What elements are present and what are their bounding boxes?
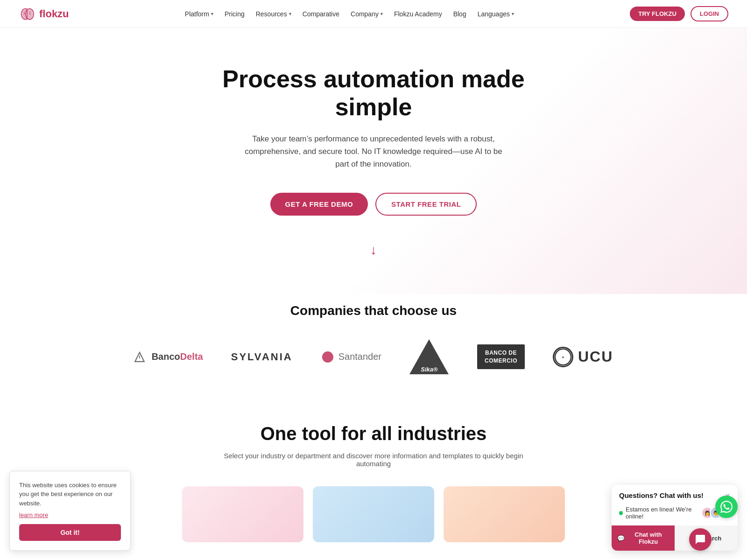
industry-card-3[interactable]	[444, 486, 565, 542]
chat-bubble-icon: 💬	[617, 535, 625, 542]
companies-title: Companies that choose us	[19, 303, 728, 318]
chat-float-icon	[695, 534, 706, 545]
chat-with-flokzu-button[interactable]: 💬 Chat with Flokzu	[612, 525, 675, 551]
nav-company[interactable]: Company ▾	[351, 10, 383, 18]
chat-widget: Questions? Chat with us! × Estamos en lí…	[612, 485, 738, 551]
santander-icon	[321, 350, 335, 364]
nav-actions: TRY FLOKZU LOGIN	[630, 6, 728, 21]
hero-buttons: GET A FREE DEMO START FREE TRIAL	[19, 193, 728, 216]
industry-card-2[interactable]	[313, 486, 434, 542]
banco-delta-icon	[134, 351, 145, 363]
online-text: Estamos en línea! We’re online!	[626, 506, 702, 520]
hero-section: Process automation made simple Take your…	[0, 28, 747, 294]
hero-title: Process automation made simple	[210, 65, 537, 121]
nav-blog[interactable]: Blog	[453, 10, 466, 18]
logo-banco-delta: BancoDelta	[134, 351, 203, 363]
nav-academy[interactable]: Flokzu Academy	[394, 10, 442, 18]
sika-label: Sika®	[421, 366, 437, 373]
start-free-trial-button[interactable]: START FREE TRIAL	[375, 193, 477, 216]
cookie-learn-more[interactable]: learn more	[19, 511, 121, 518]
logo-ucu: + UCU	[553, 347, 613, 367]
logo-santander: Santander	[321, 350, 381, 364]
ucu-label: UCU	[578, 348, 613, 365]
logos-row: BancoDelta SYLVANIA Santander Sika® BANC…	[19, 337, 728, 377]
nav-links: Platform ▾ Pricing Resources ▾ Comparati…	[185, 10, 514, 18]
chevron-down-icon: ▾	[211, 11, 213, 16]
cookie-text: This website uses cookies to ensure you …	[19, 481, 121, 508]
nav-platform[interactable]: Platform ▾	[185, 10, 213, 18]
cookie-accept-button[interactable]: Got it!	[19, 524, 121, 541]
online-indicator	[619, 511, 623, 515]
logo-sylvania: SYLVANIA	[231, 351, 293, 363]
santander-label: Santander	[338, 351, 381, 362]
chat-title: Questions? Chat with us!	[619, 491, 704, 499]
companies-section: Companies that choose us BancoDelta SYLV…	[0, 294, 747, 405]
chat-actions: 💬 Chat with Flokzu 🔍 Search	[612, 525, 738, 551]
chevron-down-icon: ▾	[512, 11, 514, 16]
logo-banco-comercio: BANCO DECOMERCIO	[477, 344, 525, 370]
ucu-icon: +	[554, 348, 572, 366]
try-flokzu-button[interactable]: TRY FLOKZU	[630, 7, 685, 21]
cookie-banner: This website uses cookies to ensure you …	[9, 471, 131, 551]
logo-icon	[19, 6, 35, 22]
logo-link[interactable]: flokzu	[19, 6, 69, 22]
whatsapp-icon	[720, 501, 733, 513]
chevron-down-icon: ▾	[289, 11, 291, 16]
get-free-demo-button[interactable]: GET A FREE DEMO	[270, 193, 368, 216]
chevron-down-icon: ▾	[381, 11, 383, 16]
navbar: flokzu Platform ▾ Pricing Resources ▾ Co…	[0, 0, 747, 28]
nav-comparative[interactable]: Comparative	[303, 10, 339, 18]
one-tool-title: One tool for all industries	[19, 423, 728, 444]
scroll-down-icon: ↓	[19, 244, 728, 257]
whatsapp-float-button[interactable]	[715, 496, 738, 518]
chat-float-button[interactable]	[689, 528, 712, 551]
industry-card-1[interactable]	[182, 486, 303, 542]
one-tool-subtitle: Select your industry or department and d…	[210, 452, 537, 468]
nav-resources[interactable]: Resources ▾	[256, 10, 291, 18]
banco-delta-label: BancoDelta	[152, 351, 203, 362]
nav-languages[interactable]: Languages ▾	[478, 10, 514, 18]
nav-pricing[interactable]: Pricing	[225, 10, 245, 18]
logo-sika: Sika®	[409, 337, 449, 377]
login-button[interactable]: LOGIN	[691, 6, 728, 21]
logo-text: flokzu	[39, 8, 69, 20]
hero-subtitle: Take your team’s performance to unpreced…	[238, 133, 509, 171]
svg-text:+: +	[562, 354, 564, 359]
